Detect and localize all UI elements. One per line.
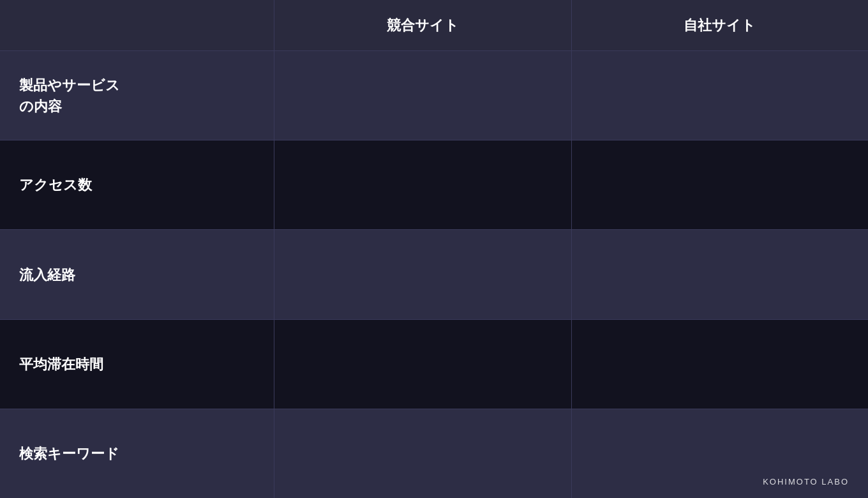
row-label-keywords: 検索キーワード bbox=[0, 409, 274, 498]
table-body: 製品やサービスの内容 アクセス数 流入経路 平均滞在時間 bbox=[0, 51, 868, 498]
table-row: 平均滞在時間 bbox=[0, 320, 868, 409]
table-row: アクセス数 bbox=[0, 140, 868, 230]
row-label-avg-time: 平均滞在時間 bbox=[0, 320, 274, 409]
header-competitor: 競合サイト bbox=[274, 0, 572, 50]
table-header: 競合サイト 自社サイト bbox=[0, 0, 868, 51]
header-own-site: 自社サイト bbox=[572, 0, 869, 50]
row-cell-competitor-inflow bbox=[274, 230, 572, 319]
row-label-access: アクセス数 bbox=[0, 140, 274, 229]
row-cell-competitor-avg-time bbox=[274, 320, 572, 409]
row-cell-own-inflow bbox=[572, 230, 869, 319]
row-cell-own-avg-time bbox=[572, 320, 869, 409]
row-label-products: 製品やサービスの内容 bbox=[0, 51, 274, 140]
table-row: 検索キーワード bbox=[0, 409, 868, 498]
row-cell-competitor-products bbox=[274, 51, 572, 140]
row-cell-own-access bbox=[572, 140, 869, 229]
header-empty-cell bbox=[0, 0, 274, 50]
row-cell-competitor-keywords bbox=[274, 409, 572, 498]
row-cell-own-products bbox=[572, 51, 869, 140]
table-row: 製品やサービスの内容 bbox=[0, 51, 868, 140]
footer-logo: KOHIMOTO LABO bbox=[763, 477, 849, 487]
comparison-table: 競合サイト 自社サイト 製品やサービスの内容 アクセス数 流入経路 bbox=[0, 0, 868, 498]
row-cell-competitor-access bbox=[274, 140, 572, 229]
row-label-inflow: 流入経路 bbox=[0, 230, 274, 319]
table-row: 流入経路 bbox=[0, 230, 868, 319]
